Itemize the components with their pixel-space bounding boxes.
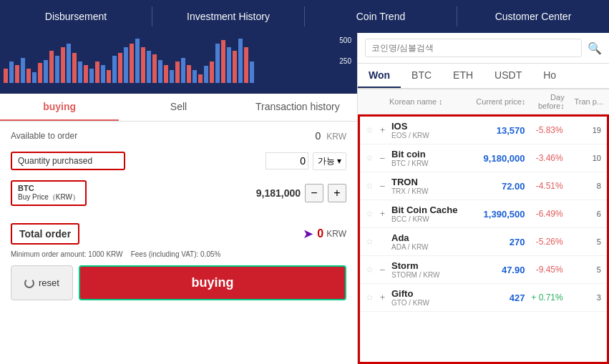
chart-bars (0, 33, 357, 83)
coin-tabs: Won BTC ETH USDT Ho (358, 64, 609, 89)
coin-name-storm: Storm (391, 260, 468, 271)
buy-button[interactable]: buying (79, 265, 346, 300)
tab-buying[interactable]: buying (0, 94, 119, 121)
coin-change-gto: + 0.71% (525, 292, 562, 302)
coin-trans-ada: 5 (563, 237, 601, 246)
chart-bar (152, 54, 157, 83)
tab-transaction-history[interactable]: Transaction history (238, 94, 357, 121)
list-item[interactable]: ☆ Ada ADA / KRW 270 -5.26% 5 (360, 228, 607, 256)
chart-bar (170, 70, 174, 83)
total-label-box: Total order (11, 223, 79, 245)
chart-bar (175, 62, 180, 83)
chart-bar (101, 65, 105, 83)
price-decrease-button[interactable]: − (305, 184, 323, 202)
chart-area: 500 250 (0, 33, 357, 94)
coin-trans-gto: 3 (563, 293, 601, 302)
coin-info-ios: IOS EOS / KRW (391, 121, 468, 139)
fees-text: Fees (including VAT): 0.05% (131, 250, 221, 258)
total-value-area: ➤ 0 KRW (303, 226, 346, 242)
quantity-purchased-label: Quantity purchased (18, 156, 92, 166)
chart-bar (215, 44, 220, 83)
coin-price-bcc: 1,390,500 (468, 209, 525, 220)
coin-name-tron: TRON (391, 177, 468, 187)
coin-pair-tron: TRX / KRW (391, 187, 468, 195)
list-item[interactable]: ☆ – Bit coin BTC / KRW 9,180,000 -3.46% … (360, 144, 607, 172)
search-input[interactable] (365, 39, 582, 57)
list-item[interactable]: ☆ + IOS EOS / KRW 13,570 -5.83% 19 (360, 117, 607, 144)
coin-tab-btc[interactable]: BTC (401, 64, 442, 88)
min-order-text: Minimum order amount: 1000 KRW (11, 250, 123, 258)
coin-tab-eth[interactable]: ETH (442, 64, 484, 88)
top-nav: Disbursement Investment History Coin Tre… (0, 0, 609, 33)
total-value: 0 (317, 227, 323, 240)
coin-trans-ios: 19 (563, 126, 601, 134)
total-row: Total order ➤ 0 KRW (11, 223, 346, 245)
chart-bar (107, 70, 111, 83)
quantity-unit-dropdown[interactable]: 가능 ▾ (313, 152, 346, 170)
coin-star-ios[interactable]: ☆ (366, 125, 380, 135)
coin-tab-won[interactable]: Won (358, 64, 401, 88)
coin-price-btc: 9,180,000 (468, 153, 525, 164)
coin-name-gto: Gifto (391, 288, 468, 299)
quantity-row: Quantity purchased 가능 ▾ (11, 152, 346, 170)
coin-price-tron: 72.00 (468, 181, 525, 192)
coin-name-ada: Ada (391, 232, 468, 243)
tab-sell[interactable]: Sell (119, 94, 238, 121)
coin-sign-bcc: + (380, 209, 391, 219)
nav-customer-center[interactable]: Customer Center (457, 0, 609, 33)
left-panel: 500 250 buying Sell Transaction history … (0, 33, 358, 364)
chart-bar (9, 62, 14, 83)
coin-sign-storm: – (380, 265, 391, 275)
coin-table: ☆ + IOS EOS / KRW 13,570 -5.83% 19 ☆ – B… (358, 114, 609, 364)
price-row: BTC Buy Price（KRW） 9,181,000 − + (11, 180, 346, 206)
coin-tab-ho[interactable]: Ho (532, 64, 567, 88)
coin-info-btc: Bit coin BTC / KRW (391, 149, 468, 167)
list-item[interactable]: ☆ – Storm STORM / KRW 47.90 -9.45% 5 (360, 256, 607, 284)
chart-bar (198, 74, 203, 83)
chart-bar (72, 53, 77, 83)
price-coin-label: BTC (18, 184, 79, 192)
chart-bar (233, 51, 237, 83)
chart-bar (78, 62, 82, 83)
chart-bar (135, 39, 140, 83)
reset-icon (24, 278, 34, 288)
search-bar: 🔍 (358, 33, 609, 64)
price-increase-button[interactable]: + (328, 184, 346, 202)
search-icon[interactable]: 🔍 (588, 41, 602, 55)
coin-change-ios: -5.83% (525, 125, 562, 135)
nav-investment-history[interactable]: Investment History (152, 0, 304, 33)
chart-bar (130, 44, 134, 83)
action-row: reset buying (11, 265, 346, 300)
quantity-box: Quantity purchased (11, 152, 125, 170)
coin-change-bcc: -6.49% (525, 209, 562, 219)
list-item[interactable]: ☆ + Bit Coin Cache BCC / KRW 1,390,500 -… (360, 200, 607, 228)
coin-pair-gto: GTO / KRW (391, 299, 468, 307)
nav-coin-trend[interactable]: Coin Trend (305, 0, 457, 33)
coin-name-ios: IOS (391, 121, 468, 132)
coin-star-gto[interactable]: ☆ (366, 292, 380, 302)
coin-tab-usdt[interactable]: USDT (484, 64, 532, 88)
coin-star-tron[interactable]: ☆ (366, 181, 380, 191)
coin-trans-storm: 5 (563, 265, 601, 274)
coin-star-ada[interactable]: ☆ (366, 237, 380, 247)
available-value: 0 KRW (316, 130, 346, 142)
header-price: Current price↕ (467, 97, 526, 106)
list-item[interactable]: ☆ + Gifto GTO / KRW 427 + 0.71% 3 (360, 284, 607, 312)
spacer (11, 216, 346, 223)
coin-pair-storm: STORM / KRW (391, 271, 468, 279)
chart-bar (238, 39, 243, 83)
coin-star-storm[interactable]: ☆ (366, 265, 380, 275)
coin-info-bcc: Bit Coin Cache BCC / KRW (391, 205, 468, 223)
list-item[interactable]: ☆ – TRON TRX / KRW 72.00 -4.51% 8 (360, 172, 607, 200)
coin-info-storm: Storm STORM / KRW (391, 260, 468, 279)
coin-sign-ios: + (380, 125, 391, 135)
chart-bar (187, 65, 191, 83)
coin-info-gto: Gifto GTO / KRW (391, 288, 468, 307)
coin-change-tron: -4.51% (525, 181, 562, 191)
quantity-input[interactable] (265, 152, 308, 169)
chart-bar (164, 65, 168, 83)
nav-disbursement[interactable]: Disbursement (0, 0, 152, 33)
reset-button[interactable]: reset (11, 265, 73, 300)
coin-star-bcc[interactable]: ☆ (366, 209, 380, 219)
coin-star-btc[interactable]: ☆ (366, 153, 380, 163)
